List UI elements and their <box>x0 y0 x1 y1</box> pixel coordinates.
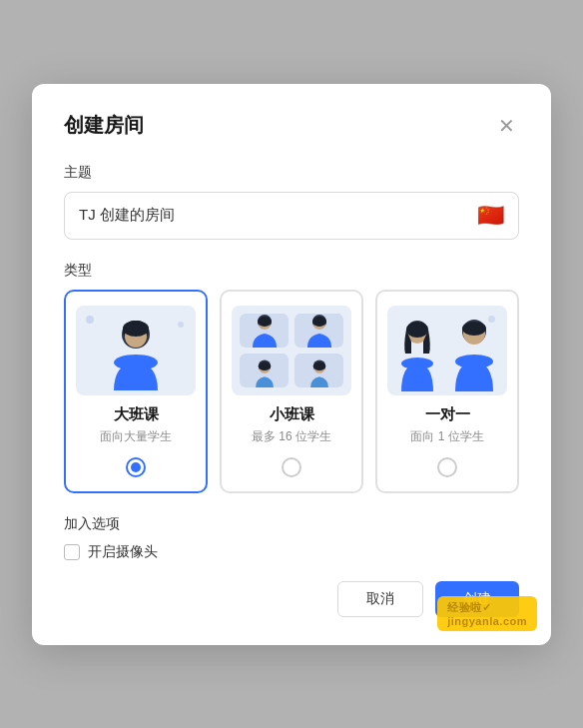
svg-point-3 <box>123 321 149 337</box>
card-large-radio[interactable] <box>126 457 146 477</box>
svg-point-23 <box>462 322 486 336</box>
type-card-large[interactable]: 大班课 面向大量学生 <box>64 290 208 493</box>
type-section: 类型 <box>64 262 519 493</box>
flag-icon: 🇨🇳 <box>477 203 504 229</box>
grid-cell-4 <box>294 354 343 387</box>
card-large-desc: 面向大量学生 <box>100 428 172 445</box>
confirm-button[interactable]: 创建 <box>435 581 519 617</box>
large-class-illustration <box>76 306 196 395</box>
dialog-header: 创建房间 ✕ <box>64 112 519 140</box>
join-label: 加入选项 <box>64 515 519 533</box>
cancel-button[interactable]: 取消 <box>337 581 423 617</box>
theme-input[interactable] <box>79 207 469 224</box>
svg-point-13 <box>258 362 270 370</box>
svg-point-4 <box>114 355 158 370</box>
one-on-one-illustration <box>387 306 507 395</box>
type-cards: 大班课 面向大量学生 <box>64 290 519 493</box>
dialog-title: 创建房间 <box>64 112 144 139</box>
card-small-desc: 最多 16 位学生 <box>252 428 331 445</box>
create-room-dialog: 创建房间 ✕ 主题 🇨🇳 类型 <box>32 84 551 645</box>
join-section: 加入选项 开启摄像头 <box>64 515 519 561</box>
theme-section: 主题 🇨🇳 <box>64 164 519 240</box>
card-one-title: 一对一 <box>425 405 470 424</box>
svg-point-16 <box>312 362 324 370</box>
large-class-svg <box>96 311 176 390</box>
dialog-footer: 取消 创建 <box>64 581 519 617</box>
svg-point-24 <box>455 355 493 368</box>
svg-point-19 <box>406 322 428 338</box>
grid-cell-1 <box>240 314 289 348</box>
card-one-desc: 面向 1 位学生 <box>410 428 483 445</box>
grid-cell-2 <box>294 314 343 348</box>
card-large-title: 大班课 <box>114 405 159 424</box>
theme-input-row: 🇨🇳 <box>64 192 519 240</box>
grid-cell-3 <box>240 354 289 387</box>
camera-checkbox[interactable] <box>64 544 80 560</box>
close-button[interactable]: ✕ <box>494 112 519 140</box>
type-card-one[interactable]: 一对一 面向 1 位学生 <box>375 290 519 493</box>
svg-point-10 <box>312 317 326 327</box>
radio-inner <box>131 462 141 472</box>
type-card-small[interactable]: 小班课 最多 16 位学生 <box>220 290 363 493</box>
card-small-title: 小班课 <box>270 405 314 424</box>
theme-label: 主题 <box>64 164 519 182</box>
small-class-illustration <box>232 306 351 395</box>
small-class-grid <box>232 306 351 395</box>
card-small-radio[interactable] <box>282 457 301 477</box>
type-label: 类型 <box>64 262 519 280</box>
card-one-radio[interactable] <box>437 457 457 477</box>
camera-row: 开启摄像头 <box>64 543 519 561</box>
camera-label: 开启摄像头 <box>88 543 158 561</box>
svg-point-20 <box>401 358 433 369</box>
svg-point-7 <box>258 317 272 327</box>
